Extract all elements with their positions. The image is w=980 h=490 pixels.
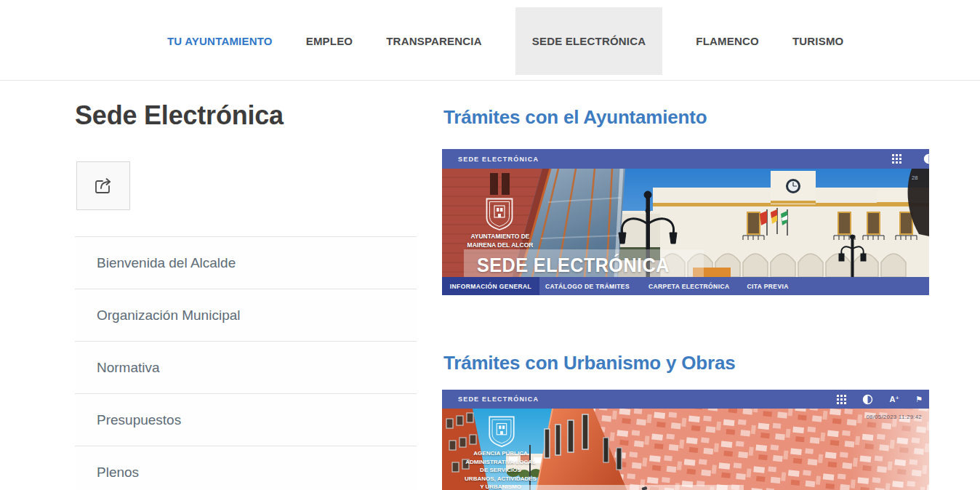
sidebar-item-presupuestos[interactable]: Presupuestos	[75, 393, 417, 446]
banner1-logo-text: AYUNTAMIENTO DE MAIRENA DEL ALCOR	[461, 233, 539, 249]
banner1-menu-informacion-general[interactable]: INFORMACIÓN GENERAL	[442, 277, 539, 295]
section-heading-urbanismo: Trámites con Urbanismo y Obras	[443, 352, 735, 374]
banner2-toolbar: A⁺ ⚑	[837, 390, 929, 409]
nav-tab-turismo[interactable]: TURISMO	[792, 7, 844, 75]
section-heading-ayuntamiento: Trámites con el Ayuntamiento	[443, 106, 707, 129]
text-size-icon[interactable]: A⁺	[889, 395, 899, 403]
sidebar-item-plenos[interactable]: Plenos	[75, 446, 417, 490]
sidebar-item-bienvenida[interactable]: Bienvenida del Alcalde	[75, 236, 417, 289]
banner1-toolbar	[892, 149, 929, 169]
banner2-header-bar: SEDE ELECTRÓNICA A⁺ ⚑	[442, 390, 929, 409]
banner2-timestamp: 08/05/2023 11:29:42	[866, 414, 922, 420]
sidebar-item-organizacion[interactable]: Organización Municipal	[75, 289, 417, 341]
agencia-shield-logo	[487, 416, 516, 451]
banner2-logo-text: AGENCIA PÚBLICA ADMINISTRATIVA LOCAL DE …	[448, 449, 553, 490]
banner2-image: AGENCIA PÚBLICA ADMINISTRATIVA LOCAL DE …	[442, 409, 929, 490]
banner-link-sede-urbanismo[interactable]: SEDE ELECTRÓNICA A⁺ ⚑	[442, 390, 929, 490]
flag-icon[interactable]: ⚑	[915, 395, 923, 403]
page: TU AYUNTAMIENTO EMPLEO TRANSPARENCIA SED…	[0, 0, 980, 490]
share-icon	[92, 176, 114, 196]
banner2-title-band	[502, 485, 744, 490]
sidebar-item-normativa[interactable]: Normativa	[75, 341, 417, 393]
nav-tab-tu-ayuntamiento[interactable]: TU AYUNTAMIENTO	[167, 7, 273, 75]
main-nav: TU AYUNTAMIENTO EMPLEO TRANSPARENCIA SED…	[167, 0, 980, 80]
page-title: Sede Electrónica	[75, 100, 284, 131]
banner1-big-title: SEDE ELECTRÓNICA	[477, 254, 670, 277]
contrast-icon[interactable]	[923, 153, 929, 164]
banner1-menu-cita-previa[interactable]: CITA PREVIA	[747, 283, 788, 290]
share-button[interactable]	[76, 161, 130, 210]
sidebar-menu: Bienvenida del Alcalde Organización Muni…	[75, 236, 417, 490]
banner1-partial-timestamp: 28	[912, 174, 917, 181]
nav-tab-transparencia[interactable]: TRANSPARENCIA	[386, 7, 482, 75]
banner1-menu-carpeta-electronica[interactable]: CARPETA ELECTRÓNICA	[648, 283, 730, 290]
mairena-shield-logo	[483, 198, 515, 234]
contrast-icon[interactable]	[862, 394, 873, 405]
banner2-bar-title: SEDE ELECTRÓNICA	[458, 395, 539, 403]
nav-tab-empleo[interactable]: EMPLEO	[306, 7, 353, 75]
banner1-bar-title: SEDE ELECTRÓNICA	[458, 156, 539, 163]
banner-link-sede-ayuntamiento[interactable]: SEDE ELECTRÓNICA	[442, 149, 929, 295]
top-navigation: TU AYUNTAMIENTO EMPLEO TRANSPARENCIA SED…	[0, 0, 980, 81]
banner1-image: 28 AYUNTAMIENTO DE MAIRENA DEL ALCOR SED…	[442, 169, 929, 277]
banner1-menu-catalogo-tramites[interactable]: CATÁLOGO DE TRÁMITES	[545, 283, 630, 290]
apps-grid-icon[interactable]	[837, 395, 846, 404]
banner1-menu-bar: INFORMACIÓN GENERAL CATÁLOGO DE TRÁMITES…	[442, 277, 929, 295]
nav-tab-flamenco[interactable]: FLAMENCO	[696, 7, 759, 75]
apps-grid-icon[interactable]	[892, 154, 901, 164]
banner1-header-bar: SEDE ELECTRÓNICA	[442, 149, 929, 169]
nav-tab-sede-electronica[interactable]: SEDE ELECTRÓNICA	[515, 7, 663, 75]
